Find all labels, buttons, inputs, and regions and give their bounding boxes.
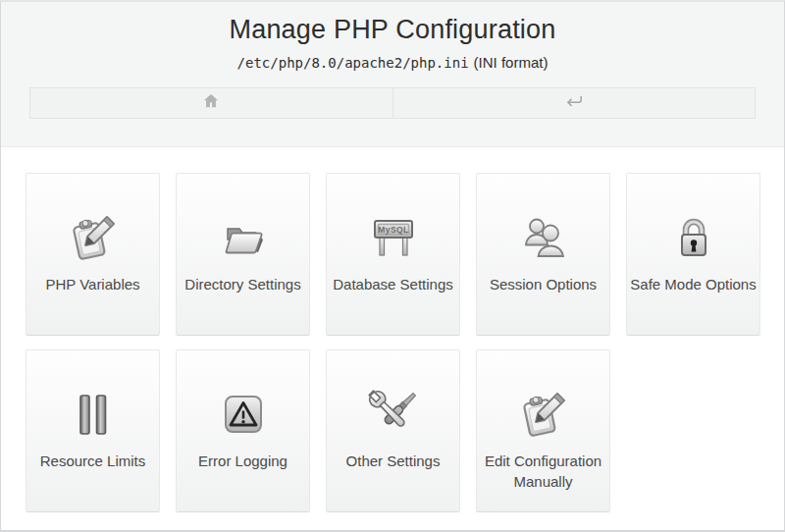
warning-button-icon <box>177 388 309 439</box>
folder-icon <box>177 211 309 262</box>
mysql-sign-icon: MySQL <box>327 211 459 262</box>
card-label: Session Options <box>477 274 609 294</box>
card-label: Safe Mode Options <box>627 274 759 294</box>
padlock-icon <box>627 211 759 262</box>
toolbar <box>29 87 756 119</box>
card-error-logging[interactable]: Error Logging <box>176 349 310 512</box>
tools-icon <box>327 388 459 439</box>
card-directory-settings[interactable]: Directory Settings <box>176 173 310 336</box>
card-session-options[interactable]: Session Options <box>476 173 610 336</box>
card-database-settings[interactable]: MySQL Database Settings <box>326 173 460 336</box>
card-label: Resource Limits <box>26 451 159 471</box>
card-label: Other Settings <box>327 451 459 471</box>
page-header: Manage PHP Configuration /etc/php/8.0/ap… <box>1 2 784 147</box>
card-label: PHP Variables <box>26 274 159 294</box>
page-title: Manage PHP Configuration <box>1 15 784 45</box>
main-content: PHP Variables Directory Settings <box>1 147 784 526</box>
card-other-settings[interactable]: Other Settings <box>326 349 460 512</box>
card-label: Error Logging <box>177 451 309 471</box>
card-label: Directory Settings <box>177 274 309 294</box>
card-resource-limits[interactable]: Resource Limits <box>26 349 160 512</box>
config-file-subtitle: /etc/php/8.0/apache2/php.ini(INI format) <box>1 54 784 71</box>
home-button[interactable] <box>30 88 392 118</box>
card-edit-configuration-manually[interactable]: Edit Configuration Manually <box>476 349 610 512</box>
config-format-note: (INI format) <box>474 54 549 71</box>
users-icon <box>477 211 609 262</box>
clipboard-pencil-icon <box>477 388 609 439</box>
config-file-path: /etc/php/8.0/apache2/php.ini <box>237 55 469 71</box>
return-arrow-icon <box>563 92 585 114</box>
card-label: Database Settings <box>327 274 459 294</box>
card-label: Edit Configuration Manually <box>477 451 609 492</box>
card-php-variables[interactable]: PHP Variables <box>26 173 160 336</box>
clipboard-pencil-icon <box>26 211 159 262</box>
card-safe-mode-options[interactable]: Safe Mode Options <box>626 173 760 336</box>
php-config-page: Manage PHP Configuration /etc/php/8.0/ap… <box>0 0 785 532</box>
module-grid: PHP Variables Directory Settings <box>26 173 785 526</box>
home-icon <box>201 91 221 115</box>
mysql-sign-text: MySQL <box>378 225 408 235</box>
pause-bars-icon <box>26 388 159 439</box>
return-button[interactable] <box>392 88 756 118</box>
